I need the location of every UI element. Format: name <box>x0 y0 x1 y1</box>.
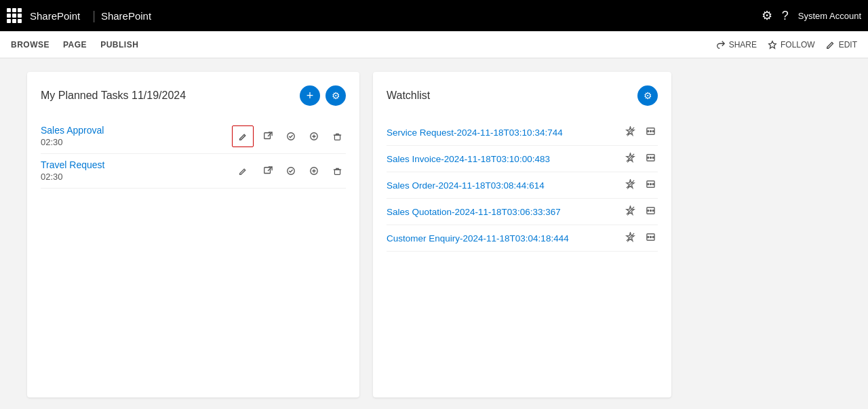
watchlist-item-link[interactable]: Service Request-2024-11-18T03:10:34:744 <box>387 128 617 138</box>
task-info: Travel Request 02:30 <box>41 159 226 182</box>
task-link-sales-approval[interactable]: Sales Approval <box>41 125 226 136</box>
tasks-settings-button[interactable]: ⚙ <box>326 85 346 106</box>
complete-task-sales-approval-button[interactable] <box>282 128 300 145</box>
svg-point-17 <box>652 157 654 159</box>
watchlist-menu-icon[interactable] <box>643 179 658 191</box>
watchlist-card-title: Watchlist <box>387 90 637 102</box>
tasks-card-header: My Planned Tasks 11/19/2024 + ⚙ <box>41 85 346 106</box>
delegate-task-sales-approval-button[interactable] <box>305 128 323 145</box>
svg-point-27 <box>652 210 654 212</box>
watchlist-menu-icon[interactable] <box>643 126 658 138</box>
watchlist-items-container: Service Request-2024-11-18T03:10:34:744 … <box>387 119 658 252</box>
watchlist-card-header: Watchlist ⚙ <box>387 85 658 106</box>
watchlist-row: Service Request-2024-11-18T03:10:34:744 <box>387 119 658 146</box>
svg-point-16 <box>650 157 651 159</box>
complete-task-travel-request-button[interactable] <box>282 162 300 180</box>
svg-point-25 <box>647 210 648 212</box>
svg-point-10 <box>647 131 648 132</box>
site-name: SharePoint <box>101 10 151 22</box>
svg-point-15 <box>647 157 648 159</box>
edit-task-sales-approval-button[interactable] <box>232 125 254 147</box>
settings-icon[interactable]: ⚙ <box>762 8 772 23</box>
watchlist-unpin-icon[interactable] <box>623 232 637 244</box>
watchlist-menu-icon[interactable] <box>643 153 658 165</box>
watchlist-item-link[interactable]: Sales Invoice-2024-11-18T03:10:00:483 <box>387 154 617 164</box>
edit-button[interactable]: EDIT <box>826 40 857 50</box>
main-content: My Planned Tasks 11/19/2024 + ⚙ Sales Ap… <box>0 58 868 409</box>
edit-task-travel-request-button[interactable] <box>232 160 254 182</box>
app-name: SharePoint <box>30 10 80 22</box>
svg-point-30 <box>647 237 648 238</box>
task-row: Sales Approval 02:30 <box>41 119 346 154</box>
delete-task-sales-approval-button[interactable] <box>328 128 346 145</box>
svg-rect-4 <box>334 135 340 140</box>
ribbon-bar: BROWSE PAGE PUBLISH SHARE FOLLOW EDIT <box>0 31 868 58</box>
svg-point-31 <box>650 237 651 238</box>
watchlist-row: Sales Quotation-2024-11-18T03:06:33:367 <box>387 199 658 225</box>
tab-page[interactable]: PAGE <box>63 37 87 52</box>
help-icon[interactable]: ? <box>782 9 789 23</box>
svg-point-11 <box>650 131 651 132</box>
watchlist-menu-icon[interactable] <box>643 232 658 244</box>
svg-rect-1 <box>264 133 271 139</box>
share-button[interactable]: SHARE <box>716 40 757 50</box>
svg-point-32 <box>652 237 654 238</box>
watchlist-row: Customer Enquiry-2024-11-18T03:04:18:444 <box>387 225 658 252</box>
svg-marker-0 <box>769 41 776 48</box>
svg-rect-5 <box>264 168 271 174</box>
open-task-travel-request-button[interactable] <box>259 162 277 180</box>
watchlist-row: Sales Invoice-2024-11-18T03:10:00:483 <box>387 146 658 172</box>
watchlist-item-link[interactable]: Sales Quotation-2024-11-18T03:06:33:367 <box>387 207 617 217</box>
watchlist-row: Sales Order-2024-11-18T03:08:44:614 <box>387 172 658 199</box>
tasks-card-title: My Planned Tasks 11/19/2024 <box>41 90 300 102</box>
watchlist-unpin-icon[interactable] <box>623 206 637 218</box>
watchlist-card: Watchlist ⚙ Service Request-2024-11-18T0… <box>373 72 671 397</box>
svg-point-22 <box>652 184 654 185</box>
watchlist-item-link[interactable]: Customer Enquiry-2024-11-18T03:04:18:444 <box>387 233 617 244</box>
watchlist-menu-icon[interactable] <box>643 206 658 218</box>
delegate-task-travel-request-button[interactable] <box>305 162 323 180</box>
user-account[interactable]: System Account <box>798 11 861 21</box>
svg-point-12 <box>652 131 654 132</box>
watchlist-unpin-icon[interactable] <box>623 126 637 138</box>
task-link-travel-request[interactable]: Travel Request <box>41 159 226 170</box>
watchlist-unpin-icon[interactable] <box>623 179 637 191</box>
add-task-button[interactable]: + <box>300 85 320 106</box>
watchlist-settings-button[interactable]: ⚙ <box>637 85 658 106</box>
svg-rect-8 <box>334 170 340 174</box>
watchlist-unpin-icon[interactable] <box>623 153 637 165</box>
task-time-travel-request: 02:30 <box>41 172 63 182</box>
task-row: Travel Request 02:30 <box>41 154 346 189</box>
task-info: Sales Approval 02:30 <box>41 125 226 148</box>
tab-publish[interactable]: PUBLISH <box>100 37 138 52</box>
nav-divider: | <box>92 9 96 23</box>
svg-point-26 <box>650 210 651 212</box>
follow-button[interactable]: FOLLOW <box>768 40 815 50</box>
task-time-sales-approval: 02:30 <box>41 137 63 147</box>
watchlist-item-link[interactable]: Sales Order-2024-11-18T03:08:44:614 <box>387 180 617 191</box>
svg-point-21 <box>650 184 651 185</box>
delete-task-travel-request-button[interactable] <box>328 162 346 180</box>
open-task-sales-approval-button[interactable] <box>259 128 277 145</box>
top-navigation: SharePoint | SharePoint ⚙ ? System Accou… <box>0 0 868 31</box>
waffle-menu-icon[interactable] <box>7 8 22 23</box>
svg-point-20 <box>647 184 648 185</box>
tasks-card: My Planned Tasks 11/19/2024 + ⚙ Sales Ap… <box>27 72 359 397</box>
tab-browse[interactable]: BROWSE <box>11 37 50 52</box>
